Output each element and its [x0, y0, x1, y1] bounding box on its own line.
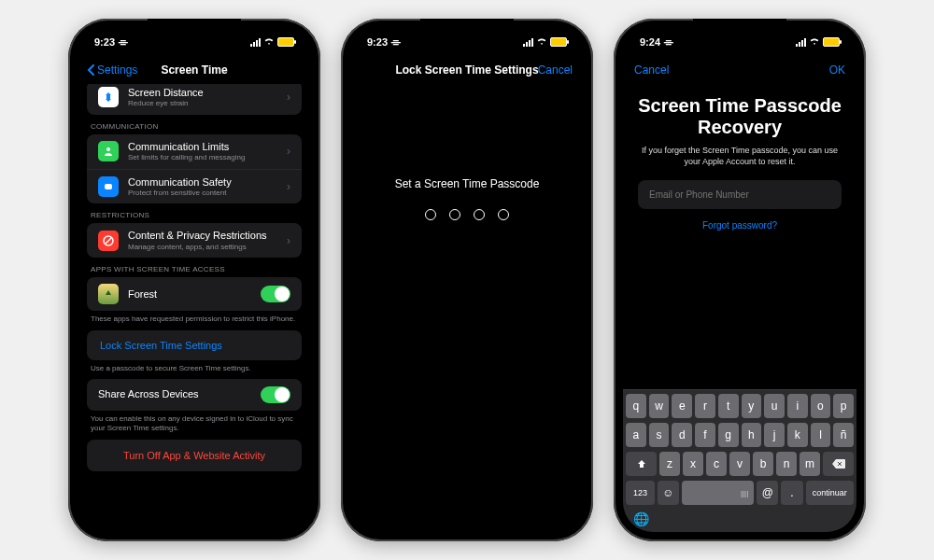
key-o[interactable]: o [811, 394, 831, 418]
keyboard-row-4: 123 ☺ |||| @ . continuar [626, 481, 854, 505]
section-header-communication: COMMUNICATION [78, 115, 311, 134]
passcode-dot [474, 209, 485, 220]
key-j[interactable]: j [764, 423, 785, 447]
notch [693, 19, 786, 39]
screen-recovery: 9:24 ⌯ Cancel OK Screen Time Passcode Re… [623, 28, 856, 532]
key-r[interactable]: r [695, 394, 715, 418]
signal-icon [796, 38, 806, 47]
status-time: 9:23 [94, 36, 115, 48]
nav-bar: Cancel OK [623, 56, 856, 84]
key-i[interactable]: i [787, 394, 808, 418]
forgot-password-link[interactable]: Forgot password? [702, 220, 777, 231]
nav-bar: Lock Screen Time Settings Cancel [350, 56, 584, 84]
distance-icon [98, 87, 119, 107]
key-w[interactable]: w [649, 394, 670, 418]
key-c[interactable]: c [706, 452, 727, 476]
back-button[interactable]: Settings [87, 63, 137, 77]
battery-icon [550, 37, 567, 47]
key-a[interactable]: a [626, 423, 646, 447]
key-x[interactable]: x [683, 452, 703, 476]
row-content-privacy[interactable]: Content & Privacy Restrictions Manage co… [87, 223, 302, 258]
cancel-button[interactable]: Cancel [634, 63, 669, 77]
phone-mockup-3: 9:24 ⌯ Cancel OK Screen Time Passcode Re… [614, 19, 866, 541]
key-p[interactable]: p [833, 394, 854, 418]
notch [148, 19, 241, 39]
passcode-prompt: Set a Screen Time Passcode [395, 177, 540, 190]
alarm-icon: ⌯ [118, 36, 128, 48]
passcode-dots [425, 209, 509, 220]
key-l[interactable]: l [811, 423, 831, 447]
page-title: Screen Time [161, 63, 227, 77]
keyboard-row-2: asdfghjklñ [626, 423, 854, 447]
row-app-forest[interactable]: Forest [87, 277, 302, 311]
row-share-across-devices[interactable]: Share Across Devices [87, 379, 302, 411]
toggle-forest[interactable] [261, 286, 290, 302]
chevron-right-icon: › [287, 180, 290, 193]
svg-rect-1 [105, 184, 112, 189]
key-k[interactable]: k [787, 423, 808, 447]
key-ñ[interactable]: ñ [833, 423, 854, 447]
chevron-right-icon: › [287, 91, 290, 104]
cancel-button[interactable]: Cancel [538, 63, 573, 77]
key-u[interactable]: u [764, 394, 785, 418]
restrictions-icon [98, 231, 119, 251]
recovery-heading: Screen Time Passcode Recovery [638, 95, 842, 138]
safety-icon [98, 176, 119, 197]
passcode-dot [498, 209, 509, 220]
section-header-apps-access: APPS WITH SCREEN TIME ACCESS [78, 258, 311, 277]
key-v[interactable]: v [729, 452, 750, 476]
alarm-icon: ⌯ [663, 36, 673, 48]
key-n[interactable]: n [776, 452, 797, 476]
keyboard-row-1: qwertyuiop [626, 394, 854, 418]
key-b[interactable]: b [753, 452, 773, 476]
signal-icon [523, 38, 533, 47]
numbers-key[interactable]: 123 [626, 481, 655, 505]
battery-icon [823, 37, 840, 47]
footer-lock: Use a passcode to secure Screen Time set… [78, 360, 311, 379]
key-q[interactable]: q [626, 394, 646, 418]
key-z[interactable]: z [659, 452, 680, 476]
lock-settings-button[interactable]: Lock Screen Time Settings [87, 330, 302, 360]
toggle-share[interactable] [261, 386, 290, 403]
period-key[interactable]: . [781, 481, 802, 505]
passcode-dot [425, 209, 436, 220]
backspace-key[interactable] [823, 452, 854, 476]
key-h[interactable]: h [742, 423, 762, 447]
turn-off-activity-button[interactable]: Turn Off App & Website Activity [87, 440, 302, 471]
space-key[interactable]: |||| [682, 481, 754, 505]
at-key[interactable]: @ [757, 481, 778, 505]
key-t[interactable]: t [718, 394, 739, 418]
keyboard: qwertyuiop asdfghjklñ zxcvbnm 123 ☺ ||||… [623, 389, 856, 532]
return-key[interactable]: continuar [806, 481, 854, 505]
key-d[interactable]: d [672, 423, 692, 447]
key-f[interactable]: f [695, 423, 715, 447]
row-communication-safety[interactable]: Communication Safety Protect from sensit… [87, 170, 302, 204]
phone-mockup-1: 9:23 ⌯ Settings Screen Time [68, 19, 320, 541]
email-input[interactable] [638, 180, 842, 209]
key-e[interactable]: e [672, 394, 692, 418]
alarm-icon: ⌯ [390, 36, 401, 48]
status-time: 9:24 [640, 36, 660, 48]
key-y[interactable]: y [742, 394, 762, 418]
row-screen-distance[interactable]: Screen Distance Reduce eye strain › [87, 84, 302, 115]
forest-app-icon [98, 284, 119, 304]
key-g[interactable]: g [718, 423, 739, 447]
row-communication-limits[interactable]: Communication Limits Set limits for call… [87, 134, 302, 170]
ok-button[interactable]: OK [829, 63, 845, 77]
svg-line-3 [106, 238, 111, 244]
limits-icon [98, 141, 119, 161]
key-s[interactable]: s [649, 423, 670, 447]
wifi-icon [536, 36, 547, 48]
signal-icon [250, 38, 261, 47]
nav-bar: Settings Screen Time [78, 56, 311, 84]
shift-key[interactable] [626, 452, 657, 476]
notch [420, 19, 514, 39]
globe-icon[interactable]: 🌐 [633, 511, 649, 526]
settings-content[interactable]: Screen Distance Reduce eye strain › COMM… [78, 84, 311, 532]
emoji-key[interactable]: ☺ [658, 481, 679, 505]
passcode-dot [449, 209, 460, 220]
key-m[interactable]: m [800, 452, 820, 476]
wifi-icon [809, 36, 820, 48]
section-header-restrictions: RESTRICTIONS [78, 203, 311, 223]
status-time: 9:23 [367, 36, 388, 48]
